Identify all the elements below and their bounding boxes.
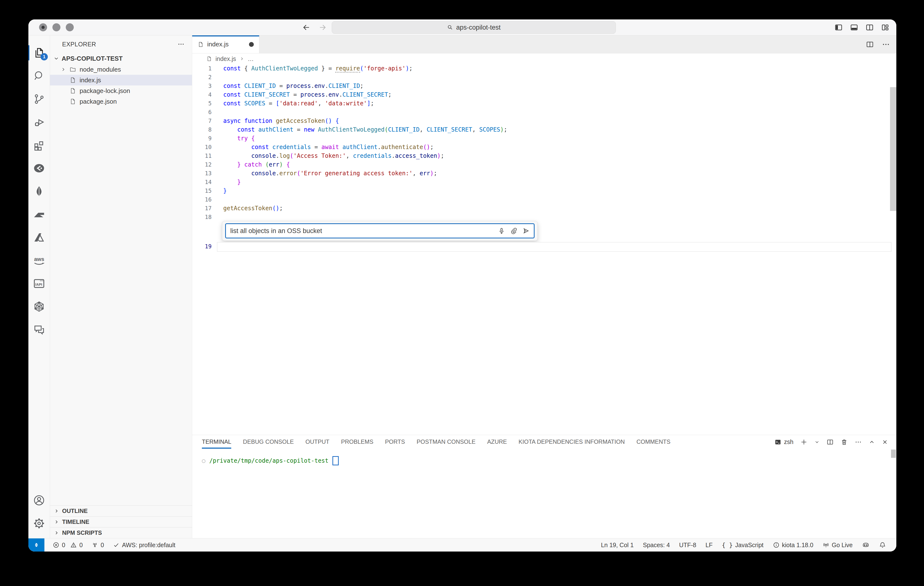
line-text[interactable]: const SCOPES = ['data:read', 'data:write… [211,100,374,107]
code-line-17[interactable]: 17getAccessToken(); [192,204,896,213]
line-text[interactable]: const { AuthClientTwoLegged } = require(… [211,65,412,72]
line-text[interactable]: async function getAccessToken() { [211,118,339,124]
line-number[interactable]: 16 [192,196,211,203]
activity-comments[interactable] [28,318,50,341]
panel-tab-problems[interactable]: PROBLEMS [341,439,373,448]
breadcrumb-file[interactable]: index.js [216,55,236,62]
send-icon[interactable] [522,227,530,235]
code-line-5[interactable]: 5const SCOPES = ['data:read', 'data:writ… [192,99,896,108]
code-line-2[interactable]: 2 [192,73,896,81]
breadcrumb-symbol[interactable]: … [248,55,254,62]
panel-tab-debug-console[interactable]: DEBUG CONSOLE [243,439,294,448]
code-line-13[interactable]: 13 console.error('Error generating acces… [192,169,896,178]
split-terminal-icon[interactable] [827,439,834,446]
code-line-12[interactable]: 12 } catch (err) { [192,160,896,169]
editor-more-actions-icon[interactable] [882,40,890,48]
cursor-position[interactable]: Ln 19, Col 1 [601,541,634,549]
indentation-setting[interactable]: Spaces: 4 [643,541,670,549]
line-number[interactable]: 13 [192,170,211,177]
line-text[interactable]: const credentials = await authClient.aut… [211,144,434,151]
activity-settings[interactable] [28,512,50,535]
line-text[interactable]: } catch (err) { [211,161,290,168]
line-number[interactable]: 7 [192,118,211,124]
code-line-18[interactable]: 18 [192,213,896,222]
activity-mongodb[interactable] [28,180,50,203]
code-line-16[interactable]: 16 [192,195,896,204]
line-number[interactable]: 6 [192,109,211,115]
new-terminal-icon[interactable] [800,439,807,446]
line-number[interactable]: 4 [192,91,211,98]
activity-api-client[interactable]: /API [28,272,50,295]
activity-autodesk[interactable] [28,203,50,226]
current-line-highlight[interactable] [217,242,891,252]
activity-run-debug[interactable] [28,111,50,134]
microphone-icon[interactable] [498,227,505,235]
code-editor[interactable]: 1const { AuthClientTwoLegged } = require… [192,64,896,435]
panel-tab-comments[interactable]: COMMENTS [637,439,670,448]
tree-item-index-js[interactable]: index.js [50,75,192,86]
line-text[interactable]: const CLIENT_ID = process.env.CLIENT_ID; [211,83,363,89]
toggle-secondary-sidebar-icon[interactable] [865,23,874,32]
ports-indicator[interactable]: 0 [91,541,104,549]
inline-chat-input-box[interactable] [225,223,535,238]
line-text[interactable]: try { [211,135,255,142]
editor-scrollbar[interactable] [890,87,896,211]
minimize-window-button[interactable] [53,23,60,31]
tree-root-aps-copilot-test[interactable]: APS-COPILOT-TEST [50,53,192,64]
line-number[interactable]: 3 [192,83,211,89]
toggle-panel-icon[interactable] [850,23,858,32]
activity-explorer[interactable]: 1 [28,41,50,65]
panel-tab-ports[interactable]: PORTS [385,439,405,448]
line-number[interactable]: 17 [192,205,211,212]
eol-setting[interactable]: LF [706,541,713,549]
maximize-panel-icon[interactable] [869,439,875,445]
line-number[interactable]: 18 [192,214,211,220]
code-line-7[interactable]: 7async function getAccessToken() { [192,116,896,125]
close-panel-icon[interactable] [882,439,888,445]
navigate-back-icon[interactable] [302,23,311,32]
line-number[interactable]: 9 [192,135,211,142]
activity-extensions[interactable] [28,134,50,157]
activity-aps-hub[interactable] [28,157,50,180]
panel-tab-kiota-dependencies-information[interactable]: KIOTA DEPENDENCIES INFORMATION [518,439,625,448]
language-mode[interactable]: { } JavaScript [722,541,764,549]
active-line-number[interactable]: 19 [192,242,211,251]
section-timeline[interactable]: TIMELINE [50,516,192,527]
activity-azure[interactable] [28,226,50,249]
activity-aws[interactable]: aws [28,249,50,272]
line-text[interactable]: const CLIENT_SECRET = process.env.CLIENT… [211,91,392,98]
tab-index-js[interactable]: index.js [192,35,259,53]
line-number[interactable]: 8 [192,126,211,133]
command-center-search[interactable]: aps-copilot-test [332,21,616,34]
code-line-3[interactable]: 3const CLIENT_ID = process.env.CLIENT_ID… [192,81,896,90]
explorer-more-actions-icon[interactable] [177,41,185,48]
notifications-bell[interactable] [879,541,886,549]
line-number[interactable]: 14 [192,179,211,185]
unsaved-changes-dot[interactable] [249,42,254,47]
line-text[interactable]: console.error('Error generating access t… [211,170,437,177]
line-number[interactable]: 10 [192,144,211,150]
panel-tab-azure[interactable]: AZURE [487,439,507,448]
activity-kiota[interactable] [28,295,50,318]
section-npm-scripts[interactable]: NPM SCRIPTS [50,527,192,538]
code-line-11[interactable]: 11 console.log('Access Token:', credenti… [192,151,896,160]
panel-tab-postman-console[interactable]: POSTMAN CONSOLE [417,439,475,448]
panel-more-actions-icon[interactable] [855,439,862,446]
tree-item-package-json[interactable]: package.json [50,96,192,107]
line-number[interactable]: 15 [192,188,211,194]
problems-indicator[interactable]: 0 0 [53,541,83,549]
code-line-10[interactable]: 10 const credentials = await authClient.… [192,143,896,151]
toggle-primary-sidebar-icon[interactable] [834,23,843,32]
code-line-9[interactable]: 9 try { [192,134,896,143]
section-outline[interactable]: OUTLINE [50,505,192,516]
activity-accounts[interactable] [28,489,50,512]
code-line-15[interactable]: 15} [192,186,896,195]
code-line-8[interactable]: 8 const authClient = new AuthClientTwoLe… [192,125,896,134]
encoding-setting[interactable]: UTF-8 [679,541,696,549]
go-live-button[interactable]: Go Live [823,541,853,549]
line-text[interactable]: const authClient = new AuthClientTwoLegg… [211,126,507,133]
line-number[interactable]: 12 [192,161,211,168]
aws-profile-indicator[interactable]: AWS: profile:default [113,541,175,549]
tree-item-package-lock-json[interactable]: package-lock.json [50,86,192,96]
remote-indicator[interactable] [28,538,45,551]
